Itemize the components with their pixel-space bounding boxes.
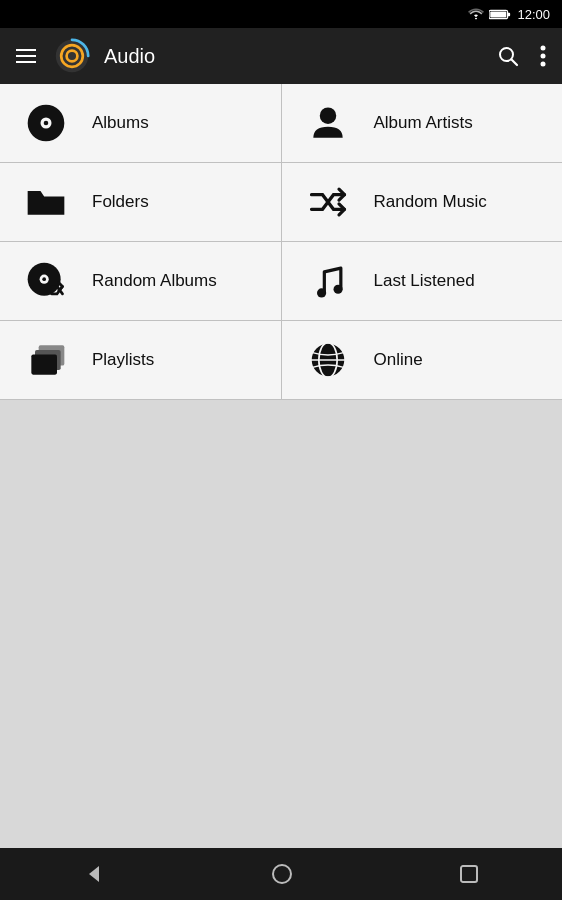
status-icons [468, 7, 511, 21]
svg-point-8 [541, 46, 546, 51]
status-bar: 12:00 [0, 0, 562, 28]
toolbar: Audio [0, 28, 562, 84]
random-music-icon [302, 176, 354, 228]
online-label: Online [374, 350, 423, 370]
grid-item-playlists[interactable]: Playlists [0, 321, 281, 399]
folders-label: Folders [92, 192, 149, 212]
grid-item-albums[interactable]: Albums [0, 84, 281, 162]
status-time: 12:00 [517, 7, 550, 22]
random-albums-icon [20, 255, 72, 307]
wifi-icon [468, 7, 484, 21]
album-artists-icon [302, 97, 354, 149]
back-button[interactable] [63, 855, 125, 893]
bottom-nav [0, 848, 562, 900]
svg-point-18 [317, 288, 326, 297]
empty-area [0, 400, 562, 851]
grid-item-album-artists[interactable]: Album Artists [282, 84, 563, 162]
hamburger-button[interactable] [8, 41, 44, 71]
grid-item-last-listened[interactable]: Last Listened [282, 242, 563, 320]
battery-icon [489, 8, 511, 21]
app-logo [54, 38, 90, 74]
playlists-icon [20, 334, 72, 386]
random-music-label: Random Music [374, 192, 487, 212]
svg-rect-22 [31, 355, 57, 375]
svg-point-10 [541, 62, 546, 67]
grid-item-random-albums[interactable]: Random Albums [0, 242, 281, 320]
grid-item-folders[interactable]: Folders [0, 163, 281, 241]
svg-point-28 [273, 865, 291, 883]
toolbar-actions [488, 36, 554, 76]
grid-item-random-music[interactable]: Random Music [282, 163, 563, 241]
svg-rect-1 [508, 12, 511, 15]
online-icon [302, 334, 354, 386]
random-albums-label: Random Albums [92, 271, 217, 291]
svg-rect-2 [491, 11, 507, 17]
svg-point-13 [44, 121, 49, 126]
svg-point-17 [42, 277, 46, 281]
svg-line-7 [512, 60, 518, 66]
last-listened-label: Last Listened [374, 271, 475, 291]
menu-grid: Albums Album Artists Folders [0, 84, 562, 400]
playlists-label: Playlists [92, 350, 154, 370]
svg-point-19 [333, 285, 342, 294]
album-artists-label: Album Artists [374, 113, 473, 133]
svg-point-14 [319, 107, 336, 124]
last-listened-icon [302, 255, 354, 307]
albums-icon [20, 97, 72, 149]
grid-item-online[interactable]: Online [282, 321, 563, 399]
toolbar-title: Audio [104, 45, 478, 68]
home-button[interactable] [251, 855, 313, 893]
search-button[interactable] [488, 36, 528, 76]
more-options-button[interactable] [532, 37, 554, 75]
albums-label: Albums [92, 113, 149, 133]
svg-point-9 [541, 54, 546, 59]
svg-rect-29 [461, 866, 477, 882]
folders-icon [20, 176, 72, 228]
svg-marker-27 [89, 866, 99, 882]
recents-button[interactable] [439, 856, 499, 892]
